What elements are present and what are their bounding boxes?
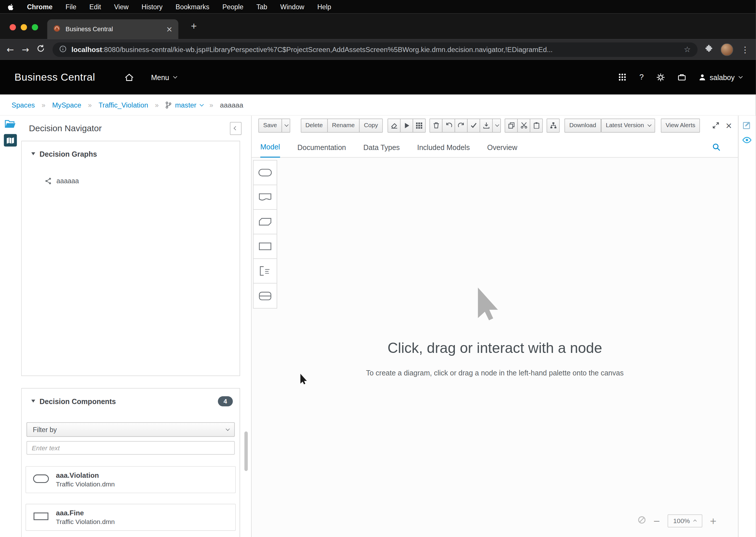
reload-button[interactable] bbox=[37, 44, 45, 54]
home-icon[interactable] bbox=[125, 73, 134, 81]
zoom-level-dropdown[interactable]: 100% bbox=[667, 515, 702, 527]
tab-overview[interactable]: Overview bbox=[487, 143, 517, 157]
fullscreen-expand-icon[interactable] bbox=[712, 122, 719, 129]
tab-included-models[interactable]: Included Models bbox=[417, 143, 470, 157]
editor-toolbar: Save Delete Rename Copy bbox=[259, 118, 732, 133]
properties-edit-icon[interactable] bbox=[743, 120, 751, 131]
close-editor-icon[interactable]: × bbox=[725, 120, 732, 130]
panel-scrollbar-thumb[interactable] bbox=[245, 432, 248, 471]
decision-navigator-tool-icon[interactable] bbox=[4, 134, 17, 146]
window-minimize-button[interactable] bbox=[21, 24, 27, 30]
tab-documentation[interactable]: Documentation bbox=[298, 143, 346, 157]
preview-eye-icon[interactable] bbox=[742, 137, 752, 146]
download-button[interactable]: Download bbox=[564, 118, 601, 132]
menubar-item-chrome[interactable]: Chrome bbox=[27, 3, 52, 11]
grid-layout-icon[interactable] bbox=[413, 118, 426, 132]
zoom-out-minus-icon[interactable]: − bbox=[653, 516, 660, 525]
menubar-item-history[interactable]: History bbox=[141, 3, 163, 11]
clear-selection-icon[interactable] bbox=[638, 516, 646, 526]
palette-business-knowledge-model-icon[interactable] bbox=[254, 210, 277, 234]
address-bar[interactable]: localhost:8080/business-central/kie-wb.j… bbox=[53, 42, 697, 57]
forward-button[interactable]: → bbox=[22, 44, 29, 54]
menubar-item-tab[interactable]: Tab bbox=[256, 3, 267, 11]
collapse-panel-button[interactable] bbox=[230, 122, 242, 135]
palette-decision-service-icon[interactable] bbox=[254, 283, 277, 308]
window-zoom-button[interactable] bbox=[32, 24, 38, 30]
latest-version-dropdown[interactable]: Latest Version bbox=[601, 118, 655, 132]
breadcrumb-project[interactable]: Traffic_Violation bbox=[99, 101, 148, 109]
admin-briefcase-icon[interactable] bbox=[678, 73, 686, 81]
menubar-item-window[interactable]: Window bbox=[280, 3, 304, 11]
site-info-icon[interactable] bbox=[59, 45, 66, 54]
delete-selection-trash-icon[interactable] bbox=[429, 118, 442, 132]
copy-button[interactable]: Copy bbox=[359, 118, 382, 132]
decision-graphs-toggle[interactable]: Decision Graphs bbox=[22, 141, 240, 166]
delete-button[interactable]: Delete bbox=[300, 118, 328, 132]
view-alerts-button[interactable]: View Alerts bbox=[661, 118, 700, 132]
app-header: Business Central Menu ? salaboy bbox=[0, 60, 756, 95]
search-icon[interactable] bbox=[712, 143, 720, 153]
new-tab-button[interactable]: + bbox=[191, 20, 197, 32]
menubar-item-edit[interactable]: Edit bbox=[89, 3, 101, 11]
window-close-button[interactable] bbox=[10, 24, 16, 30]
components-filter-input[interactable] bbox=[26, 441, 235, 455]
breadcrumb-spaces[interactable]: Spaces bbox=[12, 101, 35, 109]
back-button[interactable]: ← bbox=[7, 44, 14, 54]
breadcrumb-myspace[interactable]: MySpace bbox=[52, 101, 81, 109]
menubar-item-view[interactable]: View bbox=[114, 3, 129, 11]
paste-clipboard-icon[interactable] bbox=[530, 118, 543, 132]
blank-slate-cursor-graphic bbox=[476, 287, 498, 323]
browser-menu-icon[interactable]: ⋮ bbox=[741, 45, 749, 54]
palette-decision-icon[interactable] bbox=[254, 234, 277, 259]
export-download-icon[interactable] bbox=[480, 118, 493, 132]
menubar-item-help[interactable]: Help bbox=[317, 3, 331, 11]
cut-scissors-icon[interactable] bbox=[517, 118, 530, 132]
menubar-item-people[interactable]: People bbox=[222, 3, 243, 11]
component-item[interactable]: aaa.Violation Traffic Violation.dmn bbox=[25, 466, 236, 493]
tab-favicon bbox=[53, 24, 61, 34]
settings-gear-icon[interactable] bbox=[657, 73, 665, 81]
branch-selector[interactable]: master bbox=[165, 101, 203, 109]
menubar-item-bookmarks[interactable]: Bookmarks bbox=[176, 3, 210, 11]
browser-tab-strip: Business Central × + bbox=[0, 14, 756, 39]
tab-close-icon[interactable]: × bbox=[166, 25, 173, 33]
palette-input-data-icon[interactable] bbox=[254, 160, 277, 185]
url-path: :8080/business-central/kie-wb.jsp#Librar… bbox=[102, 46, 553, 54]
tab-data-types[interactable]: Data Types bbox=[363, 143, 400, 157]
palette-knowledge-source-icon[interactable] bbox=[254, 185, 277, 210]
run-play-icon[interactable] bbox=[400, 118, 413, 132]
component-item[interactable]: aaa.Fine Traffic Violation.dmn bbox=[25, 504, 236, 531]
breadcrumb: Spaces » MySpace » Traffic_Violation » m… bbox=[0, 95, 756, 116]
zoom-in-plus-icon[interactable]: + bbox=[709, 516, 717, 525]
menu-dropdown[interactable]: Menu bbox=[151, 73, 176, 81]
mouse-pointer bbox=[300, 374, 307, 387]
menubar-item-file[interactable]: File bbox=[65, 3, 77, 11]
save-dropdown-button[interactable] bbox=[281, 118, 290, 132]
redo-icon[interactable] bbox=[455, 118, 468, 132]
help-icon[interactable]: ? bbox=[639, 73, 644, 81]
diagram-canvas[interactable]: Click, drag or interact with a node To c… bbox=[252, 157, 738, 537]
tab-model[interactable]: Model bbox=[260, 143, 280, 158]
bookmark-star-icon[interactable]: ☆ bbox=[684, 45, 691, 54]
rename-button[interactable]: Rename bbox=[327, 118, 360, 132]
profile-avatar[interactable] bbox=[721, 43, 733, 56]
apps-grid-icon[interactable] bbox=[619, 73, 626, 81]
decision-components-toggle[interactable]: Decision Components 4 bbox=[22, 389, 240, 414]
sitemap-hierarchy-icon[interactable] bbox=[547, 118, 560, 132]
browser-tab[interactable]: Business Central × bbox=[47, 20, 178, 39]
project-explorer-folder-icon[interactable] bbox=[5, 120, 16, 131]
extensions-icon[interactable] bbox=[705, 45, 713, 54]
validate-check-icon[interactable] bbox=[467, 118, 480, 132]
copy-elements-icon[interactable] bbox=[505, 118, 518, 132]
graph-tree-item[interactable]: aaaaaa bbox=[22, 177, 240, 185]
caret-down-icon bbox=[31, 400, 35, 403]
save-button[interactable]: Save bbox=[259, 118, 282, 132]
filter-by-select[interactable]: Filter by bbox=[26, 422, 235, 437]
undo-icon[interactable] bbox=[442, 118, 455, 132]
palette-text-annotation-icon[interactable] bbox=[254, 259, 277, 283]
user-menu[interactable]: salaboy bbox=[699, 73, 741, 81]
export-dropdown-button[interactable] bbox=[492, 118, 501, 132]
breadcrumb-separator: » bbox=[42, 101, 45, 109]
apple-logo-icon[interactable] bbox=[8, 3, 14, 10]
clear-canvas-eraser-icon[interactable] bbox=[387, 118, 401, 132]
